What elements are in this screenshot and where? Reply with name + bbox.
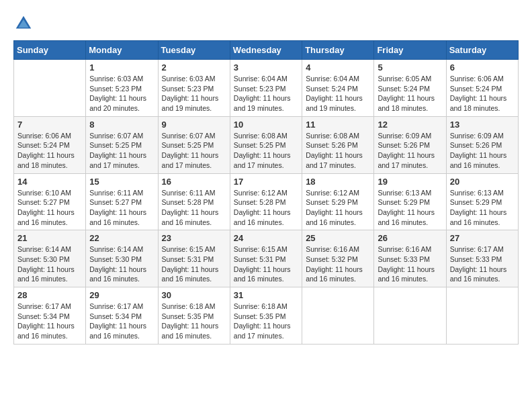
day-number: 28 — [17, 290, 82, 300]
calendar-cell: 9Sunrise: 6:07 AMSunset: 5:25 PMDaylight… — [158, 116, 230, 173]
calendar-cell: 14Sunrise: 6:10 AMSunset: 5:27 PMDayligh… — [14, 173, 86, 230]
day-number: 9 — [162, 120, 226, 130]
day-number: 13 — [450, 120, 515, 130]
day-info: Sunrise: 6:08 AMSunset: 5:26 PMDaylight:… — [306, 131, 370, 171]
day-number: 22 — [89, 233, 154, 243]
calendar-cell — [302, 287, 374, 345]
day-info: Sunrise: 6:03 AMSunset: 5:23 PMDaylight:… — [89, 74, 154, 113]
logo-icon — [13, 13, 34, 34]
weekday-header-monday: Monday — [86, 41, 158, 60]
day-info: Sunrise: 6:05 AMSunset: 5:24 PMDaylight:… — [378, 74, 442, 113]
day-number: 26 — [378, 233, 442, 243]
day-number: 5 — [378, 62, 442, 73]
day-number: 15 — [89, 177, 154, 187]
calendar-cell: 1Sunrise: 6:03 AMSunset: 5:23 PMDaylight… — [86, 60, 158, 117]
day-info: Sunrise: 6:14 AMSunset: 5:30 PMDaylight:… — [17, 244, 82, 284]
day-number: 21 — [17, 233, 82, 243]
calendar-cell: 23Sunrise: 6:15 AMSunset: 5:31 PMDayligh… — [158, 230, 230, 287]
day-info: Sunrise: 6:12 AMSunset: 5:29 PMDaylight:… — [306, 188, 370, 228]
calendar-cell: 28Sunrise: 6:17 AMSunset: 5:34 PMDayligh… — [14, 287, 86, 345]
day-info: Sunrise: 6:18 AMSunset: 5:35 PMDaylight:… — [162, 302, 226, 341]
day-info: Sunrise: 6:16 AMSunset: 5:33 PMDaylight:… — [378, 244, 442, 284]
day-info: Sunrise: 6:12 AMSunset: 5:28 PMDaylight:… — [234, 188, 298, 228]
day-number: 2 — [162, 62, 226, 73]
day-number: 16 — [162, 177, 226, 187]
day-info: Sunrise: 6:11 AMSunset: 5:27 PMDaylight:… — [89, 188, 154, 228]
day-number: 25 — [306, 233, 370, 243]
day-number: 27 — [450, 233, 515, 243]
calendar-cell — [446, 287, 518, 345]
day-number: 29 — [89, 290, 154, 300]
day-number: 31 — [234, 290, 298, 300]
calendar-week-row: 7Sunrise: 6:06 AMSunset: 5:24 PMDaylight… — [14, 116, 519, 173]
calendar-cell — [374, 287, 446, 345]
day-number: 7 — [17, 120, 82, 130]
day-info: Sunrise: 6:06 AMSunset: 5:24 PMDaylight:… — [450, 74, 515, 113]
day-number: 18 — [306, 177, 370, 187]
calendar-cell: 16Sunrise: 6:11 AMSunset: 5:28 PMDayligh… — [158, 173, 230, 230]
day-info: Sunrise: 6:13 AMSunset: 5:29 PMDaylight:… — [378, 188, 442, 228]
day-info: Sunrise: 6:07 AMSunset: 5:25 PMDaylight:… — [89, 131, 154, 171]
day-info: Sunrise: 6:14 AMSunset: 5:30 PMDaylight:… — [89, 244, 154, 284]
day-number: 10 — [234, 120, 298, 130]
day-info: Sunrise: 6:18 AMSunset: 5:35 PMDaylight:… — [234, 302, 298, 341]
day-info: Sunrise: 6:13 AMSunset: 5:29 PMDaylight:… — [450, 188, 515, 228]
page-header — [13, 13, 519, 34]
day-number: 20 — [450, 177, 515, 187]
calendar-cell: 8Sunrise: 6:07 AMSunset: 5:25 PMDaylight… — [86, 116, 158, 173]
day-info: Sunrise: 6:17 AMSunset: 5:34 PMDaylight:… — [17, 302, 82, 341]
calendar-cell: 26Sunrise: 6:16 AMSunset: 5:33 PMDayligh… — [374, 230, 446, 287]
day-info: Sunrise: 6:11 AMSunset: 5:28 PMDaylight:… — [162, 188, 226, 228]
day-number: 19 — [378, 177, 442, 187]
calendar-cell: 31Sunrise: 6:18 AMSunset: 5:35 PMDayligh… — [230, 287, 302, 345]
calendar-cell: 20Sunrise: 6:13 AMSunset: 5:29 PMDayligh… — [446, 173, 518, 230]
calendar-cell: 2Sunrise: 6:03 AMSunset: 5:23 PMDaylight… — [158, 60, 230, 117]
day-number: 30 — [162, 290, 226, 300]
calendar-cell: 30Sunrise: 6:18 AMSunset: 5:35 PMDayligh… — [158, 287, 230, 345]
day-number: 12 — [378, 120, 442, 130]
day-info: Sunrise: 6:15 AMSunset: 5:31 PMDaylight:… — [162, 244, 226, 284]
day-info: Sunrise: 6:16 AMSunset: 5:32 PMDaylight:… — [306, 244, 370, 284]
calendar-cell: 27Sunrise: 6:17 AMSunset: 5:33 PMDayligh… — [446, 230, 518, 287]
weekday-header-tuesday: Tuesday — [158, 41, 230, 60]
calendar-cell: 15Sunrise: 6:11 AMSunset: 5:27 PMDayligh… — [86, 173, 158, 230]
calendar-cell: 11Sunrise: 6:08 AMSunset: 5:26 PMDayligh… — [302, 116, 374, 173]
calendar-week-row: 21Sunrise: 6:14 AMSunset: 5:30 PMDayligh… — [14, 230, 519, 287]
calendar-cell: 4Sunrise: 6:04 AMSunset: 5:24 PMDaylight… — [302, 60, 374, 117]
day-number: 14 — [17, 177, 82, 187]
day-info: Sunrise: 6:07 AMSunset: 5:25 PMDaylight:… — [162, 131, 226, 171]
day-info: Sunrise: 6:08 AMSunset: 5:25 PMDaylight:… — [234, 131, 298, 171]
calendar-cell: 13Sunrise: 6:09 AMSunset: 5:26 PMDayligh… — [446, 116, 518, 173]
calendar-cell: 12Sunrise: 6:09 AMSunset: 5:26 PMDayligh… — [374, 116, 446, 173]
calendar-cell: 24Sunrise: 6:15 AMSunset: 5:31 PMDayligh… — [230, 230, 302, 287]
day-info: Sunrise: 6:03 AMSunset: 5:23 PMDaylight:… — [162, 74, 226, 113]
weekday-header-wednesday: Wednesday — [230, 41, 302, 60]
calendar-table: SundayMondayTuesdayWednesdayThursdayFrid… — [13, 40, 519, 345]
day-info: Sunrise: 6:15 AMSunset: 5:31 PMDaylight:… — [234, 244, 298, 284]
day-info: Sunrise: 6:06 AMSunset: 5:24 PMDaylight:… — [17, 131, 82, 171]
day-info: Sunrise: 6:17 AMSunset: 5:33 PMDaylight:… — [450, 244, 515, 284]
day-number: 3 — [234, 62, 298, 73]
calendar-week-row: 1Sunrise: 6:03 AMSunset: 5:23 PMDaylight… — [14, 60, 519, 117]
day-number: 11 — [306, 120, 370, 130]
day-number: 4 — [306, 62, 370, 73]
calendar-cell: 3Sunrise: 6:04 AMSunset: 5:23 PMDaylight… — [230, 60, 302, 117]
weekday-header-thursday: Thursday — [302, 41, 374, 60]
calendar-cell: 21Sunrise: 6:14 AMSunset: 5:30 PMDayligh… — [14, 230, 86, 287]
day-number: 23 — [162, 233, 226, 243]
calendar-cell: 5Sunrise: 6:05 AMSunset: 5:24 PMDaylight… — [374, 60, 446, 117]
day-info: Sunrise: 6:17 AMSunset: 5:34 PMDaylight:… — [89, 302, 154, 341]
calendar-cell: 29Sunrise: 6:17 AMSunset: 5:34 PMDayligh… — [86, 287, 158, 345]
day-number: 17 — [234, 177, 298, 187]
calendar-cell: 18Sunrise: 6:12 AMSunset: 5:29 PMDayligh… — [302, 173, 374, 230]
day-info: Sunrise: 6:04 AMSunset: 5:24 PMDaylight:… — [306, 74, 370, 113]
day-number: 1 — [89, 62, 154, 73]
weekday-header-saturday: Saturday — [446, 41, 518, 60]
calendar-cell: 22Sunrise: 6:14 AMSunset: 5:30 PMDayligh… — [86, 230, 158, 287]
day-info: Sunrise: 6:09 AMSunset: 5:26 PMDaylight:… — [378, 131, 442, 171]
calendar-cell: 25Sunrise: 6:16 AMSunset: 5:32 PMDayligh… — [302, 230, 374, 287]
weekday-header-sunday: Sunday — [14, 41, 86, 60]
calendar-cell: 17Sunrise: 6:12 AMSunset: 5:28 PMDayligh… — [230, 173, 302, 230]
calendar-cell: 19Sunrise: 6:13 AMSunset: 5:29 PMDayligh… — [374, 173, 446, 230]
calendar-cell: 6Sunrise: 6:06 AMSunset: 5:24 PMDaylight… — [446, 60, 518, 117]
